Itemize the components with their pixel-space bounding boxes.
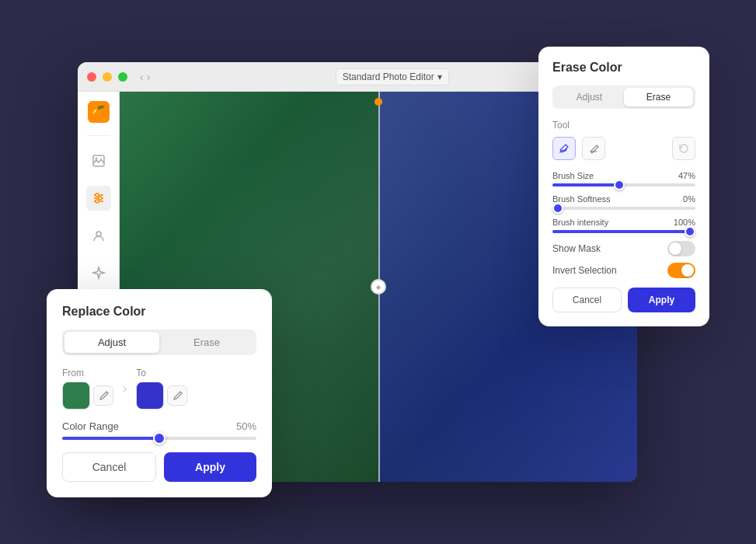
to-color-swatch[interactable] xyxy=(136,382,164,410)
chevron-down-icon: ▾ xyxy=(437,71,442,82)
sidebar-item-image[interactable] xyxy=(86,148,111,173)
close-button[interactable] xyxy=(87,72,96,82)
brush-size-label-row: Brush Size 47% xyxy=(552,171,695,180)
arrow-separator: › xyxy=(123,382,127,396)
from-label: From xyxy=(62,368,113,378)
forward-arrow[interactable]: › xyxy=(147,71,151,83)
from-group: From xyxy=(62,368,113,410)
brush-size-fill xyxy=(552,183,619,187)
erase-cancel-button[interactable]: Cancel xyxy=(552,288,622,312)
svg-point-7 xyxy=(96,200,99,203)
erase-tab-erase[interactable]: Erase xyxy=(624,88,693,106)
brush-intensity-label-row: Brush intensity 100% xyxy=(552,218,695,227)
tool-icons-row xyxy=(552,137,695,160)
brush-intensity-thumb[interactable] xyxy=(685,226,695,237)
color-range-label-row: Color Range 50% xyxy=(62,420,256,432)
invert-selection-label: Invert Selection xyxy=(552,265,617,276)
svg-point-6 xyxy=(99,197,102,200)
erase-apply-button[interactable]: Apply xyxy=(628,288,695,312)
nav-arrows: ‹ › xyxy=(140,71,150,83)
back-arrow[interactable]: ‹ xyxy=(140,71,144,83)
invert-selection-toggle[interactable] xyxy=(667,263,695,278)
svg-point-9 xyxy=(106,391,107,392)
to-label: To xyxy=(136,368,187,378)
brush-size-row: Brush Size 47% xyxy=(552,171,695,187)
split-top-handle[interactable] xyxy=(375,98,382,106)
replace-color-tabs: Adjust Erase xyxy=(62,330,256,355)
reset-tool-btn[interactable] xyxy=(672,137,695,160)
brush-softness-label-row: Brush Softness 0% xyxy=(552,194,695,204)
logo-icon: 🍊 xyxy=(91,105,106,120)
replace-color-title: Replace Color xyxy=(62,305,256,319)
from-color-swatch[interactable] xyxy=(62,382,90,410)
from-to-row: From › To xyxy=(62,368,256,410)
sidebar-divider xyxy=(87,135,110,136)
minimize-button[interactable] xyxy=(103,72,112,82)
brush-size-label: Brush Size xyxy=(552,171,594,180)
replace-color-apply[interactable]: Apply xyxy=(164,452,256,482)
to-swatch-group xyxy=(136,382,187,410)
invert-selection-knob xyxy=(681,264,694,277)
color-range-value: 50% xyxy=(236,420,256,432)
svg-point-5 xyxy=(96,194,99,197)
brush-softness-slider[interactable] xyxy=(552,207,695,210)
replace-color-dialog: Replace Color Adjust Erase From › To xyxy=(47,289,272,497)
color-range-fill xyxy=(62,437,159,440)
brush-intensity-row: Brush intensity 100% xyxy=(552,218,695,233)
erase-color-panel: Erase Color Adjust Erase Tool xyxy=(538,47,709,326)
color-range-slider[interactable] xyxy=(62,437,256,440)
show-mask-knob xyxy=(669,242,681,255)
eraser-tool-btn[interactable] xyxy=(582,137,605,160)
app-logo: 🍊 xyxy=(88,101,110,123)
brush-intensity-label: Brush intensity xyxy=(552,218,608,227)
brush-intensity-fill xyxy=(552,230,695,233)
to-eyedropper[interactable] xyxy=(167,385,187,406)
to-group: To xyxy=(136,368,187,410)
brush-size-value: 47% xyxy=(678,171,695,180)
erase-tabs: Adjust Erase xyxy=(552,85,695,109)
erase-panel-title: Erase Color xyxy=(552,61,695,75)
color-range-thumb[interactable] xyxy=(153,432,165,445)
brush-tool-btn[interactable] xyxy=(552,137,576,160)
replace-color-cancel[interactable]: Cancel xyxy=(62,452,156,482)
color-range-row: Color Range 50% xyxy=(62,420,256,440)
from-swatch-group xyxy=(62,382,113,410)
sidebar-item-sparkle[interactable] xyxy=(86,260,111,285)
tool-label: Tool xyxy=(552,120,695,131)
svg-point-8 xyxy=(96,232,101,236)
show-mask-row: Show Mask xyxy=(552,241,695,256)
brush-intensity-slider[interactable] xyxy=(552,230,695,233)
tab-erase[interactable]: Erase xyxy=(159,332,254,353)
brush-softness-thumb[interactable] xyxy=(552,203,563,214)
erase-tab-adjust[interactable]: Adjust xyxy=(555,88,624,106)
brush-softness-row: Brush Softness 0% xyxy=(552,194,695,210)
fullscreen-button[interactable] xyxy=(118,72,127,82)
editor-dropdown[interactable]: Standard Photo Editor ▾ xyxy=(336,68,449,85)
invert-selection-row: Invert Selection xyxy=(552,263,695,278)
brush-softness-label: Brush Softness xyxy=(552,194,611,204)
brush-size-thumb[interactable] xyxy=(614,180,625,190)
brush-softness-value: 0% xyxy=(683,194,695,204)
show-mask-toggle[interactable] xyxy=(667,241,695,256)
color-range-label: Color Range xyxy=(62,420,119,432)
brush-size-slider[interactable] xyxy=(552,183,695,187)
sidebar-item-adjust[interactable] xyxy=(86,186,111,211)
show-mask-label: Show Mask xyxy=(552,243,601,254)
sidebar-item-profile[interactable] xyxy=(86,223,111,248)
replace-color-actions: Cancel Apply xyxy=(62,452,256,482)
erase-panel-actions: Cancel Apply xyxy=(552,288,695,312)
tab-adjust[interactable]: Adjust xyxy=(64,332,159,353)
split-center-handle[interactable]: ◆ xyxy=(371,279,386,295)
brush-intensity-value: 100% xyxy=(674,218,695,227)
from-eyedropper[interactable] xyxy=(93,385,113,406)
